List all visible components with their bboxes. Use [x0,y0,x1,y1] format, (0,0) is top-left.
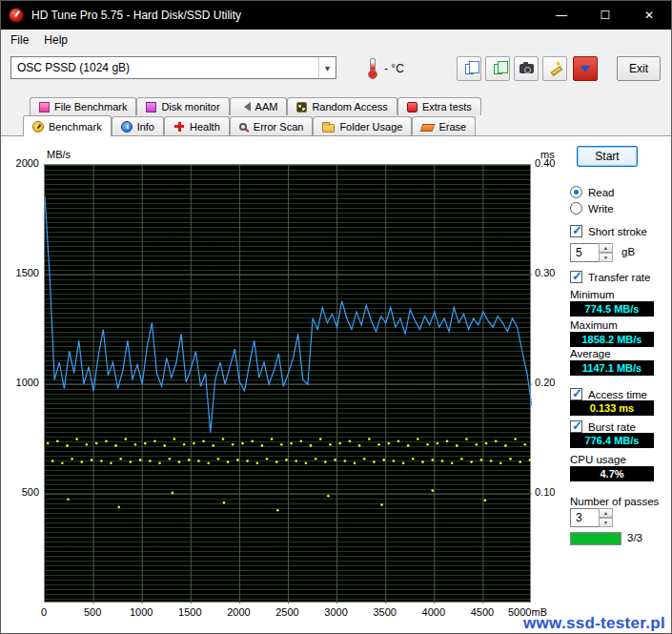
passes-label: Number of passes [570,496,659,507]
tab-label: Health [190,121,220,133]
tab-info[interactable]: Info [112,116,164,135]
minimum-label: Minimum [570,289,615,300]
left-axis-tick: 500 [1,486,39,498]
tab-erase[interactable]: Erase [412,116,476,135]
watermark: www.ssd-tester.pl [523,614,665,633]
copy-clipboard-button[interactable] [457,56,481,81]
burst-rate-value: 776.4 MB/s [570,433,654,448]
wand-icon [549,63,561,75]
random-access-icon [296,102,307,112]
tab-label: Random Access [312,101,387,112]
left-axis-unit: MB/s [47,149,71,160]
access-time-label: Access time [588,389,647,400]
progress-bar-fill [571,533,621,544]
tab-extra-tests[interactable]: Extra tests [397,97,481,115]
short-stroke-option[interactable]: Short stroke [570,225,647,237]
download-arrow-icon [580,66,590,77]
x-axis-tick: 0 [25,606,63,618]
spin-down-icon[interactable]: ▼ [599,518,613,527]
toolbar: OSC PSSD (1024 gB) ▾ - °C Exit [1,51,671,92]
close-button[interactable]: ✕ [627,1,671,30]
passes-value[interactable]: 3 [570,508,599,527]
burst-rate-checkbox[interactable] [570,420,582,433]
minimize-button[interactable]: — [540,1,583,30]
start-button[interactable]: Start [577,146,638,167]
tab-aam[interactable]: AAM [230,97,288,115]
temperature-value: - °C [384,62,404,75]
average-value: 1147.1 MB/s [570,360,654,376]
short-stroke-checkbox[interactable] [570,225,582,237]
chevron-down-icon: ▾ [318,57,336,78]
short-stroke-value[interactable]: 5 [570,243,599,262]
minimum-value: 774.5 MB/s [570,301,654,317]
tab-folder-usage[interactable]: Folder Usage [313,116,412,135]
tab-error-scan[interactable]: Error Scan [230,116,314,135]
short-stroke-spinner[interactable]: 5 ▲ ▼ [570,243,613,262]
write-option[interactable]: Write [570,202,614,215]
short-stroke-unit: gB [621,246,635,257]
spin-down-icon[interactable]: ▼ [599,253,613,262]
spin-up-icon[interactable]: ▲ [599,243,613,253]
maximize-button[interactable]: ☐ [583,1,627,30]
thermometer-icon [367,58,377,79]
short-stroke-label: Short stroke [588,226,647,237]
x-axis-tick: 4500 [463,606,501,618]
burst-rate-option[interactable]: Burst rate [570,420,636,433]
side-panel: Start Read Write Short stroke 5 ▲ ▼ gB [566,136,672,633]
access-time-value: 0.133 ms [570,400,654,416]
disk-monitor-icon [146,102,156,112]
tab-disk-monitor[interactable]: Disk monitor [136,97,229,115]
cpu-usage-label: CPU usage [570,454,626,465]
right-axis-tick: 0.20 [535,377,567,388]
right-axis-tick: 0.40 [535,157,567,169]
magnifier-icon [239,123,247,131]
speaker-icon [239,102,251,112]
menu-file[interactable]: File [3,31,36,49]
title-bar: HD Tune Pro 5.75 - Hard Disk/SSD Utility… [1,1,671,30]
tab-random-access[interactable]: Random Access [287,97,397,115]
tab-file-benchmark[interactable]: File Benchmark [30,97,136,115]
maximum-value: 1858.2 MB/s [570,332,654,347]
progress-text: 3/3 [627,532,642,543]
spin-up-icon[interactable]: ▲ [599,508,613,518]
window-title: HD Tune Pro 5.75 - Hard Disk/SSD Utility [31,9,540,22]
x-axis-tick: 2000 [219,606,257,618]
menu-help[interactable]: Help [36,31,75,49]
plot-area [44,164,531,603]
maximum-label: Maximum [570,319,618,331]
transfer-rate-label: Transfer rate [588,272,650,283]
gauge-icon [32,121,44,133]
copy-file-icon [494,64,502,74]
access-time-option[interactable]: Access time [570,388,647,400]
write-label: Write [588,203,614,215]
access-time-checkbox[interactable] [570,388,582,400]
window-controls: — ☐ ✕ [540,1,671,30]
tab-benchmark[interactable]: Benchmark [23,115,112,136]
copy-file-button[interactable] [485,56,510,81]
tab-label: Error Scan [254,121,304,133]
write-radio[interactable] [570,202,582,215]
read-radio[interactable] [570,186,582,198]
x-axis-tick: 1000 [122,606,160,618]
screenshot-button[interactable] [514,56,539,81]
x-axis-tick: 4000 [415,606,453,618]
download-button[interactable] [573,56,598,81]
passes-spinner[interactable]: 3 ▲ ▼ [570,508,613,527]
file-benchmark-icon [39,102,50,112]
transfer-rate-option[interactable]: Transfer rate [570,271,650,283]
read-option[interactable]: Read [570,186,615,198]
drive-select-dropdown[interactable]: OSC PSSD (1024 gB) ▾ [10,56,336,79]
x-axis-tick: 500 [73,606,112,618]
tab-label: Erase [438,121,466,133]
health-cross-icon [173,121,185,133]
x-axis-tick: 3500 [366,606,404,618]
options-button[interactable] [542,56,567,81]
burst-rate-label: Burst rate [588,421,636,433]
cpu-usage-value: 4.7% [570,466,654,481]
transfer-rate-checkbox[interactable] [570,271,582,283]
right-axis-tick: 0.10 [535,486,567,498]
benchmark-plot [45,165,532,603]
app-logo-icon [9,8,24,23]
exit-button[interactable]: Exit [617,56,661,81]
tab-health[interactable]: Health [164,116,230,135]
